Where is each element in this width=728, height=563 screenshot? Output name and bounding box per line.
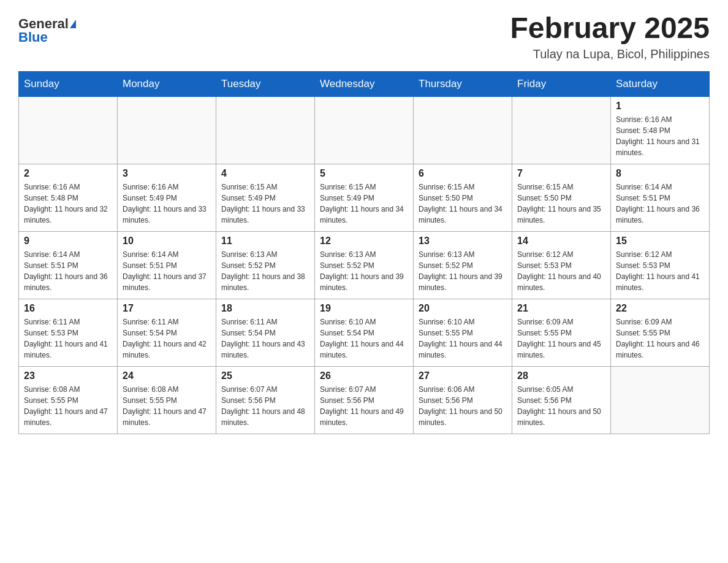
calendar-cell: 17Sunrise: 6:11 AMSunset: 5:54 PMDayligh… xyxy=(118,299,216,366)
header-day-monday: Monday xyxy=(118,71,216,96)
logo: General Blue xyxy=(18,12,76,44)
calendar-cell: 19Sunrise: 6:10 AMSunset: 5:54 PMDayligh… xyxy=(315,299,414,366)
day-info: Sunrise: 6:14 AMSunset: 5:51 PMDaylight:… xyxy=(616,182,704,226)
day-number: 24 xyxy=(123,370,211,381)
calendar-cell: 2Sunrise: 6:16 AMSunset: 5:48 PMDaylight… xyxy=(19,164,118,231)
day-info: Sunrise: 6:13 AMSunset: 5:52 PMDaylight:… xyxy=(419,249,507,293)
day-number: 6 xyxy=(419,168,507,179)
day-info: Sunrise: 6:12 AMSunset: 5:53 PMDaylight:… xyxy=(616,249,704,293)
day-info: Sunrise: 6:05 AMSunset: 5:56 PMDaylight:… xyxy=(517,384,605,428)
day-info: Sunrise: 6:15 AMSunset: 5:49 PMDaylight:… xyxy=(320,182,408,226)
day-info: Sunrise: 6:16 AMSunset: 5:48 PMDaylight:… xyxy=(24,182,112,226)
day-info: Sunrise: 6:16 AMSunset: 5:48 PMDaylight:… xyxy=(616,114,704,158)
calendar-cell: 21Sunrise: 6:09 AMSunset: 5:55 PMDayligh… xyxy=(512,299,611,366)
calendar-cell xyxy=(315,96,414,164)
day-number: 12 xyxy=(320,236,408,247)
day-number: 14 xyxy=(517,236,605,247)
day-info: Sunrise: 6:15 AMSunset: 5:50 PMDaylight:… xyxy=(517,182,605,226)
calendar-week-row: 16Sunrise: 6:11 AMSunset: 5:53 PMDayligh… xyxy=(19,299,710,366)
calendar-cell: 26Sunrise: 6:07 AMSunset: 5:56 PMDayligh… xyxy=(315,366,414,434)
calendar-cell: 18Sunrise: 6:11 AMSunset: 5:54 PMDayligh… xyxy=(216,299,315,366)
calendar-week-row: 23Sunrise: 6:08 AMSunset: 5:55 PMDayligh… xyxy=(19,366,710,434)
day-info: Sunrise: 6:10 AMSunset: 5:55 PMDaylight:… xyxy=(419,316,507,361)
day-number: 18 xyxy=(221,303,309,314)
day-number: 20 xyxy=(419,303,507,314)
calendar-cell xyxy=(19,96,118,164)
logo-blue-text: Blue xyxy=(18,31,48,44)
logo-triangle-icon xyxy=(70,20,76,28)
day-number: 9 xyxy=(24,236,112,247)
calendar-cell: 10Sunrise: 6:14 AMSunset: 5:51 PMDayligh… xyxy=(118,231,216,299)
day-number: 27 xyxy=(419,370,507,381)
calendar-cell: 5Sunrise: 6:15 AMSunset: 5:49 PMDaylight… xyxy=(315,164,414,231)
calendar-cell: 6Sunrise: 6:15 AMSunset: 5:50 PMDaylight… xyxy=(414,164,512,231)
day-info: Sunrise: 6:14 AMSunset: 5:51 PMDaylight:… xyxy=(123,249,211,293)
page-header: General Blue February 2025 Tulay na Lupa… xyxy=(18,12,710,61)
header-row: SundayMondayTuesdayWednesdayThursdayFrid… xyxy=(19,71,710,96)
calendar-week-row: 2Sunrise: 6:16 AMSunset: 5:48 PMDaylight… xyxy=(19,164,710,231)
day-info: Sunrise: 6:15 AMSunset: 5:49 PMDaylight:… xyxy=(221,182,309,226)
calendar-cell: 7Sunrise: 6:15 AMSunset: 5:50 PMDaylight… xyxy=(512,164,611,231)
day-number: 10 xyxy=(123,236,211,247)
day-info: Sunrise: 6:07 AMSunset: 5:56 PMDaylight:… xyxy=(320,384,408,428)
day-number: 11 xyxy=(221,236,309,247)
calendar-cell xyxy=(611,366,710,434)
day-number: 3 xyxy=(123,168,211,179)
day-info: Sunrise: 6:09 AMSunset: 5:55 PMDaylight:… xyxy=(616,316,704,361)
day-info: Sunrise: 6:08 AMSunset: 5:55 PMDaylight:… xyxy=(24,384,112,428)
day-number: 7 xyxy=(517,168,605,179)
calendar-cell: 20Sunrise: 6:10 AMSunset: 5:55 PMDayligh… xyxy=(414,299,512,366)
day-number: 2 xyxy=(24,168,112,179)
calendar-table: SundayMondayTuesdayWednesdayThursdayFrid… xyxy=(18,71,710,434)
day-number: 28 xyxy=(517,370,605,381)
day-number: 1 xyxy=(616,101,704,112)
day-number: 13 xyxy=(419,236,507,247)
calendar-cell xyxy=(216,96,315,164)
day-number: 8 xyxy=(616,168,704,179)
day-info: Sunrise: 6:15 AMSunset: 5:50 PMDaylight:… xyxy=(419,182,507,226)
calendar-cell: 28Sunrise: 6:05 AMSunset: 5:56 PMDayligh… xyxy=(512,366,611,434)
location-title: Tulay na Lupa, Bicol, Philippines xyxy=(510,47,710,61)
day-info: Sunrise: 6:13 AMSunset: 5:52 PMDaylight:… xyxy=(320,249,408,293)
header-day-saturday: Saturday xyxy=(611,71,710,96)
calendar-cell xyxy=(118,96,216,164)
calendar-cell xyxy=(512,96,611,164)
day-number: 5 xyxy=(320,168,408,179)
calendar-cell: 14Sunrise: 6:12 AMSunset: 5:53 PMDayligh… xyxy=(512,231,611,299)
calendar-body: 1Sunrise: 6:16 AMSunset: 5:48 PMDaylight… xyxy=(19,96,710,434)
day-number: 17 xyxy=(123,303,211,314)
calendar-cell: 12Sunrise: 6:13 AMSunset: 5:52 PMDayligh… xyxy=(315,231,414,299)
day-number: 26 xyxy=(320,370,408,381)
calendar-cell xyxy=(414,96,512,164)
calendar-cell: 16Sunrise: 6:11 AMSunset: 5:53 PMDayligh… xyxy=(19,299,118,366)
calendar-cell: 25Sunrise: 6:07 AMSunset: 5:56 PMDayligh… xyxy=(216,366,315,434)
header-day-thursday: Thursday xyxy=(414,71,512,96)
day-info: Sunrise: 6:06 AMSunset: 5:56 PMDaylight:… xyxy=(419,384,507,428)
calendar-cell: 1Sunrise: 6:16 AMSunset: 5:48 PMDaylight… xyxy=(611,96,710,164)
calendar-week-row: 1Sunrise: 6:16 AMSunset: 5:48 PMDaylight… xyxy=(19,96,710,164)
day-info: Sunrise: 6:14 AMSunset: 5:51 PMDaylight:… xyxy=(24,249,112,293)
calendar-cell: 9Sunrise: 6:14 AMSunset: 5:51 PMDaylight… xyxy=(19,231,118,299)
day-number: 21 xyxy=(517,303,605,314)
day-info: Sunrise: 6:07 AMSunset: 5:56 PMDaylight:… xyxy=(221,384,309,428)
calendar-cell: 3Sunrise: 6:16 AMSunset: 5:49 PMDaylight… xyxy=(118,164,216,231)
calendar-cell: 13Sunrise: 6:13 AMSunset: 5:52 PMDayligh… xyxy=(414,231,512,299)
day-info: Sunrise: 6:09 AMSunset: 5:55 PMDaylight:… xyxy=(517,316,605,361)
calendar-cell: 22Sunrise: 6:09 AMSunset: 5:55 PMDayligh… xyxy=(611,299,710,366)
calendar-cell: 4Sunrise: 6:15 AMSunset: 5:49 PMDaylight… xyxy=(216,164,315,231)
day-number: 4 xyxy=(221,168,309,179)
day-number: 22 xyxy=(616,303,704,314)
header-day-tuesday: Tuesday xyxy=(216,71,315,96)
calendar-cell: 24Sunrise: 6:08 AMSunset: 5:55 PMDayligh… xyxy=(118,366,216,434)
day-info: Sunrise: 6:12 AMSunset: 5:53 PMDaylight:… xyxy=(517,249,605,293)
day-info: Sunrise: 6:10 AMSunset: 5:54 PMDaylight:… xyxy=(320,316,408,361)
day-info: Sunrise: 6:11 AMSunset: 5:54 PMDaylight:… xyxy=(123,316,211,361)
calendar-cell: 27Sunrise: 6:06 AMSunset: 5:56 PMDayligh… xyxy=(414,366,512,434)
day-number: 15 xyxy=(616,236,704,247)
day-number: 23 xyxy=(24,370,112,381)
day-number: 16 xyxy=(24,303,112,314)
month-title: February 2025 xyxy=(510,12,710,45)
header-day-wednesday: Wednesday xyxy=(315,71,414,96)
day-info: Sunrise: 6:11 AMSunset: 5:54 PMDaylight:… xyxy=(221,316,309,361)
calendar-cell: 8Sunrise: 6:14 AMSunset: 5:51 PMDaylight… xyxy=(611,164,710,231)
